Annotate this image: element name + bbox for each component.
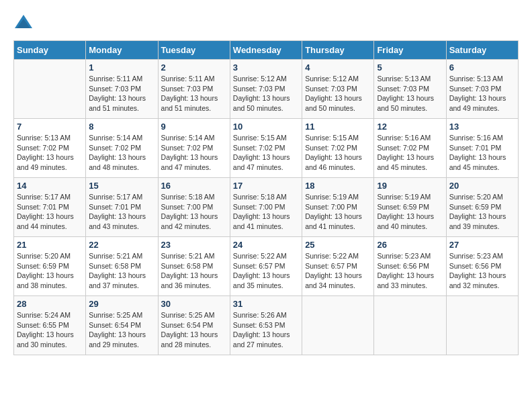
day-number: 2 — [161, 62, 227, 73]
calendar-cell — [374, 296, 446, 355]
calendar-cell: 16Sunrise: 5:18 AMSunset: 7:00 PMDayligh… — [158, 178, 230, 237]
calendar-cell: 12Sunrise: 5:16 AMSunset: 7:02 PMDayligh… — [374, 119, 446, 178]
day-info: Sunrise: 5:26 AMSunset: 6:53 PMDaylight:… — [233, 310, 299, 350]
week-row-1: 1Sunrise: 5:11 AMSunset: 7:03 PMDaylight… — [14, 60, 519, 119]
calendar-cell: 18Sunrise: 5:19 AMSunset: 7:00 PMDayligh… — [302, 178, 374, 237]
day-number: 12 — [377, 122, 443, 132]
calendar-cell: 3Sunrise: 5:12 AMSunset: 7:03 PMDaylight… — [230, 60, 302, 119]
calendar-cell: 24Sunrise: 5:22 AMSunset: 6:57 PMDayligh… — [230, 237, 302, 296]
logo-icon — [13, 13, 34, 34]
day-info: Sunrise: 5:23 AMSunset: 6:56 PMDaylight:… — [377, 251, 443, 291]
day-info: Sunrise: 5:19 AMSunset: 7:00 PMDaylight:… — [305, 192, 371, 232]
calendar-cell: 1Sunrise: 5:11 AMSunset: 7:03 PMDaylight… — [86, 60, 158, 119]
day-number: 5 — [377, 62, 443, 73]
column-header-tuesday: Tuesday — [158, 41, 230, 60]
day-number: 30 — [161, 299, 227, 309]
day-number: 4 — [305, 62, 371, 73]
day-number: 3 — [233, 62, 299, 73]
day-number: 11 — [305, 122, 371, 132]
calendar-cell: 19Sunrise: 5:19 AMSunset: 6:59 PMDayligh… — [374, 178, 446, 237]
day-info: Sunrise: 5:24 AMSunset: 6:55 PMDaylight:… — [17, 310, 83, 350]
day-info: Sunrise: 5:16 AMSunset: 7:02 PMDaylight:… — [377, 133, 443, 173]
day-number: 18 — [305, 181, 371, 191]
day-number: 6 — [449, 62, 515, 73]
day-info: Sunrise: 5:16 AMSunset: 7:01 PMDaylight:… — [449, 133, 515, 173]
day-number: 10 — [233, 122, 299, 132]
day-number: 14 — [17, 181, 83, 191]
day-number: 7 — [17, 122, 83, 132]
header-row: SundayMondayTuesdayWednesdayThursdayFrid… — [14, 41, 519, 60]
day-info: Sunrise: 5:21 AMSunset: 6:58 PMDaylight:… — [89, 251, 154, 291]
day-info: Sunrise: 5:22 AMSunset: 6:57 PMDaylight:… — [305, 251, 371, 291]
calendar-cell — [302, 296, 374, 355]
calendar-cell: 4Sunrise: 5:12 AMSunset: 7:03 PMDaylight… — [302, 60, 374, 119]
calendar-cell: 29Sunrise: 5:25 AMSunset: 6:54 PMDayligh… — [86, 296, 158, 355]
day-number: 8 — [89, 122, 154, 132]
calendar-cell: 5Sunrise: 5:13 AMSunset: 7:03 PMDaylight… — [374, 60, 446, 119]
calendar-cell: 30Sunrise: 5:25 AMSunset: 6:54 PMDayligh… — [158, 296, 230, 355]
calendar-cell: 22Sunrise: 5:21 AMSunset: 6:58 PMDayligh… — [86, 237, 158, 296]
day-info: Sunrise: 5:18 AMSunset: 7:00 PMDaylight:… — [161, 192, 227, 232]
day-info: Sunrise: 5:11 AMSunset: 7:03 PMDaylight:… — [161, 74, 227, 113]
day-info: Sunrise: 5:15 AMSunset: 7:02 PMDaylight:… — [305, 133, 371, 173]
calendar-cell: 26Sunrise: 5:23 AMSunset: 6:56 PMDayligh… — [374, 237, 446, 296]
day-info: Sunrise: 5:12 AMSunset: 7:03 PMDaylight:… — [305, 74, 371, 113]
day-info: Sunrise: 5:20 AMSunset: 6:59 PMDaylight:… — [449, 192, 515, 232]
calendar-cell: 15Sunrise: 5:17 AMSunset: 7:01 PMDayligh… — [86, 178, 158, 237]
day-number: 24 — [233, 240, 299, 250]
day-number: 26 — [377, 240, 443, 250]
day-number: 15 — [89, 181, 154, 191]
day-number: 19 — [377, 181, 443, 191]
calendar-cell: 17Sunrise: 5:18 AMSunset: 7:00 PMDayligh… — [230, 178, 302, 237]
calendar-cell: 28Sunrise: 5:24 AMSunset: 6:55 PMDayligh… — [14, 296, 86, 355]
day-info: Sunrise: 5:11 AMSunset: 7:03 PMDaylight:… — [89, 74, 154, 113]
calendar-cell: 8Sunrise: 5:14 AMSunset: 7:02 PMDaylight… — [86, 119, 158, 178]
day-number: 16 — [161, 181, 227, 191]
day-number: 25 — [305, 240, 371, 250]
day-info: Sunrise: 5:15 AMSunset: 7:02 PMDaylight:… — [233, 133, 299, 173]
week-row-4: 21Sunrise: 5:20 AMSunset: 6:59 PMDayligh… — [14, 237, 519, 296]
day-number: 29 — [89, 299, 154, 309]
day-info: Sunrise: 5:13 AMSunset: 7:03 PMDaylight:… — [377, 74, 443, 113]
day-number: 20 — [449, 181, 515, 191]
day-info: Sunrise: 5:25 AMSunset: 6:54 PMDaylight:… — [89, 310, 154, 350]
calendar-cell: 20Sunrise: 5:20 AMSunset: 6:59 PMDayligh… — [446, 178, 518, 237]
column-header-monday: Monday — [86, 41, 158, 60]
day-number: 1 — [89, 62, 154, 73]
logo — [13, 13, 36, 34]
calendar-cell: 14Sunrise: 5:17 AMSunset: 7:01 PMDayligh… — [14, 178, 86, 237]
calendar-cell: 2Sunrise: 5:11 AMSunset: 7:03 PMDaylight… — [158, 60, 230, 119]
day-info: Sunrise: 5:14 AMSunset: 7:02 PMDaylight:… — [161, 133, 227, 173]
calendar-cell: 7Sunrise: 5:13 AMSunset: 7:02 PMDaylight… — [14, 119, 86, 178]
calendar-cell: 21Sunrise: 5:20 AMSunset: 6:59 PMDayligh… — [14, 237, 86, 296]
day-number: 27 — [449, 240, 515, 250]
column-header-thursday: Thursday — [302, 41, 374, 60]
day-number: 23 — [161, 240, 227, 250]
day-number: 22 — [89, 240, 154, 250]
calendar-cell: 27Sunrise: 5:23 AMSunset: 6:56 PMDayligh… — [446, 237, 518, 296]
column-header-wednesday: Wednesday — [230, 41, 302, 60]
calendar-cell: 23Sunrise: 5:21 AMSunset: 6:58 PMDayligh… — [158, 237, 230, 296]
day-info: Sunrise: 5:22 AMSunset: 6:57 PMDaylight:… — [233, 251, 299, 291]
day-info: Sunrise: 5:21 AMSunset: 6:58 PMDaylight:… — [161, 251, 227, 291]
calendar-cell — [14, 60, 86, 119]
day-number: 13 — [449, 122, 515, 132]
day-info: Sunrise: 5:12 AMSunset: 7:03 PMDaylight:… — [233, 74, 299, 113]
calendar-cell: 25Sunrise: 5:22 AMSunset: 6:57 PMDayligh… — [302, 237, 374, 296]
week-row-2: 7Sunrise: 5:13 AMSunset: 7:02 PMDaylight… — [14, 119, 519, 178]
calendar-table: SundayMondayTuesdayWednesdayThursdayFrid… — [13, 40, 519, 355]
day-info: Sunrise: 5:13 AMSunset: 7:03 PMDaylight:… — [449, 74, 515, 113]
day-info: Sunrise: 5:19 AMSunset: 6:59 PMDaylight:… — [377, 192, 443, 232]
day-info: Sunrise: 5:23 AMSunset: 6:56 PMDaylight:… — [449, 251, 515, 291]
page-header — [13, 13, 519, 34]
day-info: Sunrise: 5:25 AMSunset: 6:54 PMDaylight:… — [161, 310, 227, 350]
calendar-cell — [446, 296, 518, 355]
calendar-cell: 9Sunrise: 5:14 AMSunset: 7:02 PMDaylight… — [158, 119, 230, 178]
day-number: 31 — [233, 299, 299, 309]
day-number: 9 — [161, 122, 227, 132]
day-number: 28 — [17, 299, 83, 309]
calendar-cell: 6Sunrise: 5:13 AMSunset: 7:03 PMDaylight… — [446, 60, 518, 119]
calendar-cell: 10Sunrise: 5:15 AMSunset: 7:02 PMDayligh… — [230, 119, 302, 178]
day-info: Sunrise: 5:20 AMSunset: 6:59 PMDaylight:… — [17, 251, 83, 291]
column-header-saturday: Saturday — [446, 41, 518, 60]
